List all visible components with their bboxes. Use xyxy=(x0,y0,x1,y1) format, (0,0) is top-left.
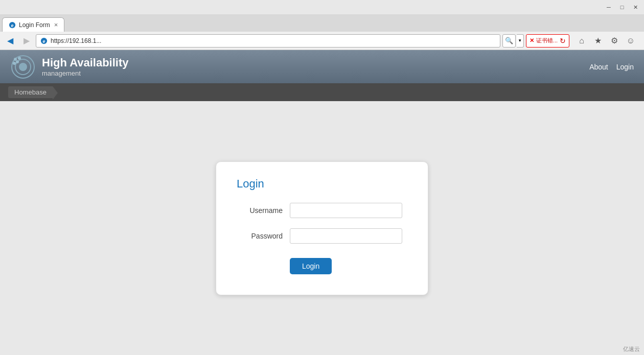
svg-text:e: e xyxy=(43,38,45,43)
cert-refresh-icon: ↻ xyxy=(560,37,566,45)
app-title: High Availability xyxy=(42,56,129,69)
ie-tab-icon: e xyxy=(9,21,16,29)
password-row: Password xyxy=(237,228,402,244)
cert-error-indicator[interactable]: ✕ 证书错... ↻ xyxy=(526,34,569,48)
breadcrumb-homebase[interactable]: Homebase xyxy=(8,86,53,98)
home-icon[interactable]: ⌂ xyxy=(576,35,588,47)
tab-label: Login Form xyxy=(19,21,50,29)
close-btn[interactable]: ✕ xyxy=(631,3,640,12)
svg-point-10 xyxy=(16,60,19,63)
login-submit-button[interactable]: Login xyxy=(290,258,332,274)
ie-address-icon: e xyxy=(40,37,48,44)
maximize-btn[interactable]: □ xyxy=(617,3,627,12)
right-toolbar: ⌂ ★ ⚙ ☺ xyxy=(571,35,641,47)
favorites-icon[interactable]: ★ xyxy=(592,35,604,47)
back-button[interactable]: ◀ xyxy=(3,34,17,48)
password-input[interactable] xyxy=(290,228,402,244)
search-icon: 🔍 xyxy=(505,37,513,44)
web-content: High Availability management About Login… xyxy=(0,50,644,355)
smiley-icon[interactable]: ☺ xyxy=(625,35,637,47)
app-subtitle: management xyxy=(42,69,129,77)
about-nav-link[interactable]: About xyxy=(589,63,608,71)
app-logo: High Availability management xyxy=(10,54,129,80)
app-header: High Availability management About Login xyxy=(0,50,644,83)
logo-text: High Availability management xyxy=(42,56,129,77)
nav-breadcrumb: Homebase xyxy=(0,83,644,101)
url-text: https://192.168.1... xyxy=(51,37,496,44)
minimize-btn[interactable]: ─ xyxy=(604,3,613,12)
forward-button[interactable]: ▶ xyxy=(19,34,34,48)
logo-icon xyxy=(10,54,36,80)
main-content: Login Username Password Login xyxy=(0,101,644,355)
settings-icon[interactable]: ⚙ xyxy=(608,35,620,47)
cert-error-text: 证书错... xyxy=(536,37,558,44)
title-bar: ─ □ ✕ xyxy=(0,0,644,14)
address-bar-row: ◀ ▶ e https://192.168.1... 🔍 ▼ ✕ 证书错... … xyxy=(0,32,644,50)
search-dropdown-icon: ▼ xyxy=(518,38,522,43)
tab-bar: e Login Form × xyxy=(0,14,644,32)
svg-point-6 xyxy=(19,63,27,71)
active-tab[interactable]: e Login Form × xyxy=(2,17,64,32)
app-nav: About Login xyxy=(589,63,634,71)
login-card: Login Username Password Login xyxy=(216,161,428,295)
browser-chrome: ─ □ ✕ e Login Form × ◀ ▶ e https://192.1… xyxy=(0,0,644,50)
search-btn[interactable]: 🔍 xyxy=(502,34,516,48)
address-field[interactable]: e https://192.168.1... xyxy=(36,34,500,48)
login-nav-link[interactable]: Login xyxy=(616,63,634,71)
username-input[interactable] xyxy=(290,203,402,218)
password-label: Password xyxy=(237,232,283,240)
svg-text:e: e xyxy=(11,22,14,28)
username-row: Username xyxy=(237,203,402,218)
cert-error-x-icon: ✕ xyxy=(530,37,534,44)
login-form-title: Login xyxy=(237,177,402,191)
username-label: Username xyxy=(237,206,283,215)
watermark: 亿速云 xyxy=(623,345,640,353)
svg-point-8 xyxy=(18,57,21,60)
svg-point-7 xyxy=(14,58,17,61)
search-dropdown-btn[interactable]: ▼ xyxy=(517,34,524,48)
svg-point-9 xyxy=(13,62,16,65)
tab-close-btn[interactable]: × xyxy=(50,21,58,29)
